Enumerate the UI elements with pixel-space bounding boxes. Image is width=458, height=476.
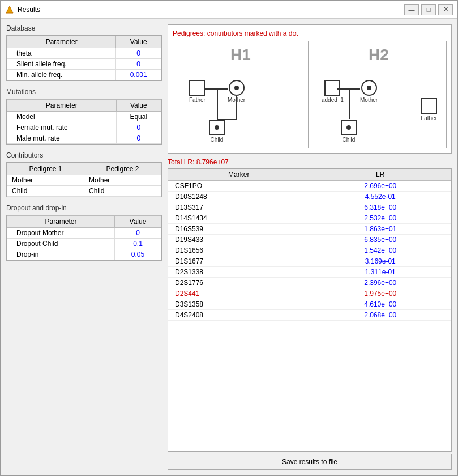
contributors-section: Contributors Pedigree 1 Pedigree 2 Mothe…	[6, 151, 162, 197]
h2-child-dot	[346, 125, 351, 130]
h2-added1-square	[324, 80, 340, 96]
table-row: CSF1PO2.696e+00	[168, 181, 451, 192]
table-row: Silent allele freq.0	[7, 59, 161, 70]
h2-mother-shape: Mother	[360, 80, 378, 103]
marker-name: D1S1677	[168, 256, 309, 267]
save-results-button[interactable]: Save results to file	[168, 454, 452, 470]
lr-value: 6.318e+00	[309, 202, 451, 213]
dropout-box: Parameter Value Dropout Mother0Dropout C…	[6, 215, 162, 261]
db-param-header: Parameter	[7, 36, 116, 48]
dropout-section: Dropout and drop-in Parameter Value Drop…	[6, 204, 162, 261]
h2-father-label: Father	[421, 115, 437, 121]
dropout-label: Dropout and drop-in	[6, 204, 162, 212]
lr-value: 2.532e+00	[309, 213, 451, 224]
pedigree-section: Pedigrees: contributors marked with a do…	[168, 24, 452, 154]
h1-label: H1	[230, 46, 251, 64]
table-row: D16S5391.863e+01	[168, 224, 451, 235]
main-window: Results — □ ✕ Database Parameter Value	[0, 0, 458, 476]
contrib-ped2: Mother	[84, 175, 161, 186]
h1-center-vline	[217, 88, 218, 119]
mutations-section: Mutations Parameter Value ModelEqualFema…	[6, 88, 162, 144]
app-icon	[5, 5, 14, 14]
lr-value: 1.311e-01	[309, 267, 451, 278]
marker-header: Marker	[168, 169, 309, 181]
h1-pedigree: H1 Father Mother	[173, 41, 309, 148]
table-row: D1S16561.542e+00	[168, 245, 451, 256]
contributors-label: Contributors	[6, 151, 162, 159]
lr-value: 3.169e-01	[309, 256, 451, 267]
table-row: D13S3176.318e+00	[168, 202, 451, 213]
param-value: 0	[116, 48, 161, 59]
marker-name: D19S433	[168, 235, 309, 245]
mut-param-header: Parameter	[7, 100, 117, 112]
window-controls: — □ ✕	[404, 4, 453, 15]
table-row: D2S17762.396e+00	[168, 278, 451, 288]
lr-header: LR	[309, 169, 451, 181]
h1-father-shape: Father	[189, 80, 206, 103]
lr-value: 1.975e+00	[309, 288, 451, 299]
table-row: D1S16773.169e-01	[168, 256, 451, 267]
contrib-ped1: Mother	[7, 175, 84, 186]
table-row: D10S12484.552e-01	[168, 192, 451, 202]
h2-pedigree: H2 added_1 Mother	[311, 41, 447, 148]
h2-label: H2	[369, 46, 389, 64]
h2-father-square	[421, 98, 437, 114]
contrib-ped1: Child	[7, 186, 84, 197]
marker-name: D16S539	[168, 224, 309, 235]
right-panel: Pedigrees: contributors marked with a do…	[168, 24, 452, 470]
marker-name: D10S1248	[168, 192, 309, 202]
lr-value: 2.068e+00	[309, 310, 451, 321]
table-row: Dropout Mother0	[7, 228, 161, 239]
table-row: Male mut. rate0	[7, 133, 161, 144]
results-table-wrapper[interactable]: Marker LR CSF1PO2.696e+00D10S12484.552e-…	[168, 168, 452, 452]
window-title: Results	[18, 6, 404, 14]
param-value: 0	[116, 59, 161, 70]
database-section: Database Parameter Value theta0Silent al…	[6, 24, 162, 81]
marker-name: D2S1338	[168, 267, 309, 278]
marker-name: D1S1656	[168, 245, 309, 256]
pedigree-area: H1 Father Mother	[173, 41, 447, 148]
h1-father-label: Father	[189, 97, 206, 103]
table-row: Min. allele freq.0.001	[7, 70, 161, 80]
lr-value: 2.396e+00	[309, 278, 451, 288]
database-box: Parameter Value theta0Silent allele freq…	[6, 35, 162, 81]
h1-mother-circle	[229, 80, 245, 96]
param-name: Model	[7, 112, 117, 122]
h2-child-shape: Child	[341, 120, 357, 143]
param-name: Male mut. rate	[7, 133, 117, 144]
table-row: D2S13381.311e-01	[168, 267, 451, 278]
h1-child-label: Child	[211, 137, 224, 143]
mut-value-header: Value	[116, 100, 161, 112]
mutations-box: Parameter Value ModelEqualFemale mut. ra…	[6, 99, 162, 144]
param-name: Min. allele freq.	[7, 70, 116, 80]
maximize-button[interactable]: □	[421, 4, 436, 15]
lr-value: 1.863e+01	[309, 224, 451, 235]
lr-value: 6.835e+00	[309, 235, 451, 245]
dropout-param-header: Parameter	[7, 216, 115, 228]
table-row: ModelEqual	[7, 112, 161, 122]
h1-child-square	[209, 120, 225, 135]
table-row: D14S14342.532e+00	[168, 213, 451, 224]
param-name: theta	[7, 48, 116, 59]
h2-father-shape: Father	[421, 98, 437, 121]
param-value: 0	[116, 122, 161, 133]
minimize-button[interactable]: —	[404, 4, 419, 15]
table-row: Female mut. rate0	[7, 122, 161, 133]
param-name: Silent allele freq.	[7, 59, 116, 70]
lr-value: 2.696e+00	[309, 181, 451, 192]
param-name: Dropout Mother	[7, 228, 115, 239]
table-row: ChildChild	[7, 186, 161, 197]
marker-name: D14S1434	[168, 213, 309, 224]
close-button[interactable]: ✕	[438, 4, 453, 15]
svg-marker-0	[6, 6, 13, 13]
lr-value: 1.542e+00	[309, 245, 451, 256]
dropout-value-header: Value	[114, 216, 161, 228]
results-table: Marker LR CSF1PO2.696e+00D10S12484.552e-…	[168, 169, 451, 321]
database-table: Parameter Value theta0Silent allele freq…	[7, 36, 161, 80]
titlebar: Results — □ ✕	[1, 1, 457, 19]
table-row: D3S13584.610e+00	[168, 299, 451, 310]
param-value: 0.05	[114, 249, 161, 260]
h2-center-vline	[349, 88, 350, 119]
table-row: D2S4411.975e+00	[168, 288, 451, 299]
marker-name: D3S1358	[168, 299, 309, 310]
